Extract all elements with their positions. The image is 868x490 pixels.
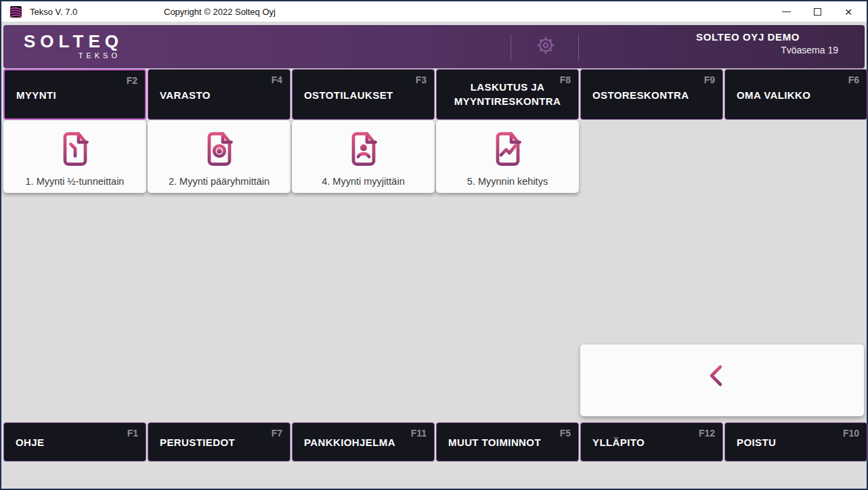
fkey-badge: F9: [704, 74, 715, 85]
report-card-myynti-tunneittain[interactable]: 1. Myynti ½-tunneittain: [3, 120, 146, 193]
logo-secondary-text: TEKSO: [24, 52, 123, 60]
header-divider: [578, 35, 579, 61]
menu-button-laskutus-ja-myyntireskontra[interactable]: LASKUTUS JA MYYNTIRESKONTRA F8: [436, 69, 579, 120]
document-target-icon: [199, 129, 240, 169]
menu-button-varasto[interactable]: VARASTO F4: [148, 69, 290, 120]
app-icon: [10, 6, 22, 18]
menu-button-ostotilaukset[interactable]: OSTOTILAUKSET F3: [292, 69, 435, 120]
company-name: SOLTEO OYJ DEMO: [696, 31, 800, 43]
minimize-icon: [782, 12, 791, 12]
report-card-label: 4. Myynti myyjittäin: [292, 176, 435, 187]
menu-button-oma-valikko[interactable]: OMA VALIKKO F6: [724, 69, 867, 120]
fkey-badge: F1: [127, 428, 138, 439]
fkey-badge: F7: [272, 428, 282, 439]
report-card-label: 2. Myynti pääryhmittäin: [148, 176, 290, 187]
back-button[interactable]: [580, 344, 864, 416]
fkey-badge: F8: [560, 74, 571, 85]
report-card-myynnin-kehitys[interactable]: 5. Myynnin kehitys: [436, 120, 579, 193]
report-card-label: 5. Myynnin kehitys: [436, 176, 579, 187]
menu-button-label: MYYNTI: [16, 89, 56, 100]
menu-button-label: VARASTO: [160, 89, 211, 100]
solteq-logo: SOLTEQ TEKSO: [24, 32, 123, 60]
menu-button-label: OSTOTILAUKSET: [304, 89, 393, 100]
fkey-badge: F3: [416, 74, 427, 85]
menu-button-label: OMA VALIKKO: [737, 89, 810, 100]
document-person-icon: [343, 129, 384, 169]
window-controls: ✕: [771, 1, 864, 22]
fkey-badge: F10: [843, 428, 859, 439]
workstation-label: Tvöasema 19: [781, 45, 838, 55]
fkey-badge: F11: [411, 428, 427, 439]
header-bar: SOLTEQ TEKSO SOLTEO OYJ DEMO Tvöasema 19: [3, 25, 865, 68]
copyright-text: Copyright © 2022 Solteq Oyj: [164, 1, 276, 22]
maximize-icon: [814, 8, 821, 16]
report-card-myynti-myyjittain[interactable]: 4. Myynti myyjittäin: [292, 120, 435, 193]
report-card-myynti-paaryhmittain[interactable]: 2. Myynti pääryhmittäin: [148, 120, 290, 193]
fkey-badge: F2: [127, 75, 137, 86]
app-window: Tekso V. 7.0 Copyright © 2022 Solteq Oyj…: [0, 0, 868, 490]
minimize-button[interactable]: [771, 1, 802, 22]
maximize-button[interactable]: [802, 1, 833, 22]
menu-button-label: MUUT TOIMINNOT: [448, 437, 541, 448]
window-titlebar: Tekso V. 7.0 Copyright © 2022 Solteq Oyj…: [1, 1, 867, 22]
fkey-badge: F4: [272, 74, 282, 85]
menu-button-poistu[interactable]: POISTU F10: [724, 422, 867, 462]
menu-button-muut-toiminnot[interactable]: MUUT TOIMINNOT F5: [436, 422, 579, 462]
menu-button-pankkiohjelma[interactable]: PANKKIOHJELMA F11: [292, 422, 435, 462]
close-button[interactable]: ✕: [833, 1, 864, 22]
menu-button-label: YLLÄPITO: [592, 437, 645, 448]
menu-button-yllapito[interactable]: YLLÄPITO F12: [580, 422, 723, 462]
menu-button-label: PANKKIOHJELMA: [304, 437, 395, 448]
document-clock-hand-icon: [55, 129, 95, 169]
fkey-badge: F6: [848, 74, 859, 85]
header-divider: [511, 35, 511, 61]
menu-button-label: OSTORESKONTRA: [592, 89, 689, 100]
document-trend-chart-icon: [487, 129, 528, 169]
gear-icon[interactable]: [536, 35, 556, 55]
menu-button-myynti[interactable]: MYYNTI F2: [3, 69, 146, 120]
menu-button-perustiedot[interactable]: PERUSTIEDOT F7: [148, 422, 290, 462]
menu-button-label: PERUSTIEDOT: [160, 437, 235, 448]
fkey-badge: F5: [560, 428, 571, 439]
arrow-left-icon: [705, 363, 740, 388]
menu-button-ostoreskontra[interactable]: OSTORESKONTRA F9: [580, 69, 723, 120]
menu-button-label: OHJE: [16, 437, 44, 448]
close-icon: ✕: [844, 7, 852, 17]
window-title: Tekso V. 7.0: [30, 1, 77, 22]
logo-primary-text: SOLTEQ: [24, 32, 123, 50]
fkey-badge: F12: [699, 428, 715, 439]
menu-button-label: LASKUTUS JA MYYNTIRESKONTRA: [437, 80, 578, 110]
menu-button-label: POISTU: [737, 437, 776, 448]
menu-button-ohje[interactable]: OHJE F1: [3, 422, 146, 462]
report-card-label: 1. Myynti ½-tunneittain: [3, 176, 146, 187]
